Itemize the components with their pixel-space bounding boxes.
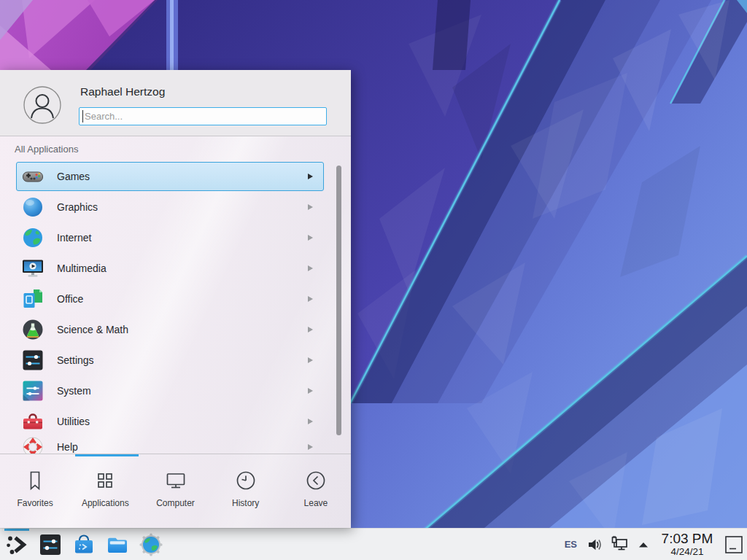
launcher-header: Raphael Hertzog [0,70,351,136]
category-list: Games Graphics [0,161,351,454]
tab-label: Computer [156,498,195,508]
launcher-tabbar: Favorites Applications Computer [0,456,351,528]
show-desktop-button[interactable] [723,532,745,557]
tab-favorites[interactable]: Favorites [0,456,70,528]
expand-tray-button[interactable] [638,539,649,551]
toolbox-icon [21,410,44,433]
sliders-color-icon [21,379,44,402]
tab-applications[interactable]: Applications [70,456,140,528]
submenu-arrow-icon [308,388,313,394]
category-label: Settings [57,345,94,376]
active-launcher-indicator [4,529,29,531]
monitor-play-icon [21,257,44,280]
volume-button[interactable] [587,537,603,553]
clock-date: 4/24/21 [660,546,714,557]
user-icon [23,86,61,124]
flask-icon [21,318,44,341]
discover-button[interactable] [71,532,96,557]
submenu-arrow-icon [308,327,313,332]
category-item-settings[interactable]: Settings [0,345,351,376]
web-browser-button[interactable] [139,532,163,557]
category-label: Office [57,284,83,314]
gamepad-icon [21,165,44,188]
leave-icon [304,469,328,492]
category-label: Help [57,432,78,454]
documents-icon [21,287,44,311]
system-settings-icon [38,532,63,557]
category-item-multimedia[interactable]: Multimedia [0,253,351,284]
user-name: Raphael Hertzog [80,85,165,98]
clock-time: 7:03 PM [660,532,714,546]
computer-icon [164,469,187,492]
taskbar-panel: ES [0,528,747,560]
submenu-arrow-icon [308,174,313,179]
kickoff-icon [4,532,29,557]
category-item-games[interactable]: Games [0,161,351,192]
search-input[interactable] [79,107,327,125]
text-caret [82,110,83,122]
user-avatar[interactable] [23,86,61,124]
category-item-internet[interactable]: Internet [0,222,351,253]
application-launcher-button[interactable] [4,532,29,557]
submenu-arrow-icon [308,265,313,271]
expand-tray-arrow-icon [638,539,649,551]
discover-icon [71,532,96,557]
tab-label: Leave [304,498,328,508]
submenu-arrow-icon [308,357,313,363]
file-manager-button[interactable] [105,532,130,557]
application-launcher-menu: Raphael Hertzog All Applications Game [0,70,351,528]
category-label: Science & Math [57,314,128,345]
system-settings-button[interactable] [38,532,63,557]
category-item-science-math[interactable]: Science & Math [0,314,351,345]
tab-label: Applications [82,498,129,508]
category-item-system[interactable]: System [0,376,351,406]
category-label: Games [57,161,90,192]
section-label: All Applications [15,144,78,155]
network-button[interactable] [611,535,630,554]
taskbar-launchers [4,532,163,557]
sliders-dark-icon [21,349,44,372]
clock-icon [234,469,258,492]
tab-leave[interactable]: Leave [281,456,351,528]
submenu-arrow-icon [308,296,313,302]
submenu-arrow-icon [308,235,313,241]
app-grid-icon [93,469,117,492]
globe-icon [21,226,44,249]
volume-icon [587,537,603,553]
category-label: Graphics [57,192,98,222]
scrollbar-thumb[interactable] [336,166,341,435]
blue-sphere-icon [21,195,44,219]
category-item-help[interactable]: Help [0,432,351,454]
tab-label: Favorites [17,498,53,508]
keyboard-layout-indicator[interactable]: ES [565,539,577,550]
desktop: Raphael Hertzog All Applications Game [0,0,747,560]
category-label: Multimedia [57,253,107,284]
show-desktop-icon [724,535,743,554]
folder-icon [105,532,130,557]
bookmark-icon [23,469,47,492]
tab-label: History [232,498,259,508]
category-item-graphics[interactable]: Graphics [0,192,351,222]
tabbar-separator [0,454,351,454]
network-icon [611,535,630,554]
category-label: Internet [57,222,91,253]
tab-history[interactable]: History [211,456,281,528]
digital-clock[interactable]: 7:03 PM 4/24/21 [660,532,714,557]
lifebuoy-icon [21,435,44,454]
category-item-office[interactable]: Office [0,284,351,314]
globe-gear-icon [139,532,163,557]
submenu-arrow-icon [308,444,313,450]
tab-computer[interactable]: Computer [140,456,210,528]
submenu-arrow-icon [308,204,313,210]
system-tray: ES [565,532,747,557]
category-label: System [57,376,91,406]
submenu-arrow-icon [308,419,313,424]
